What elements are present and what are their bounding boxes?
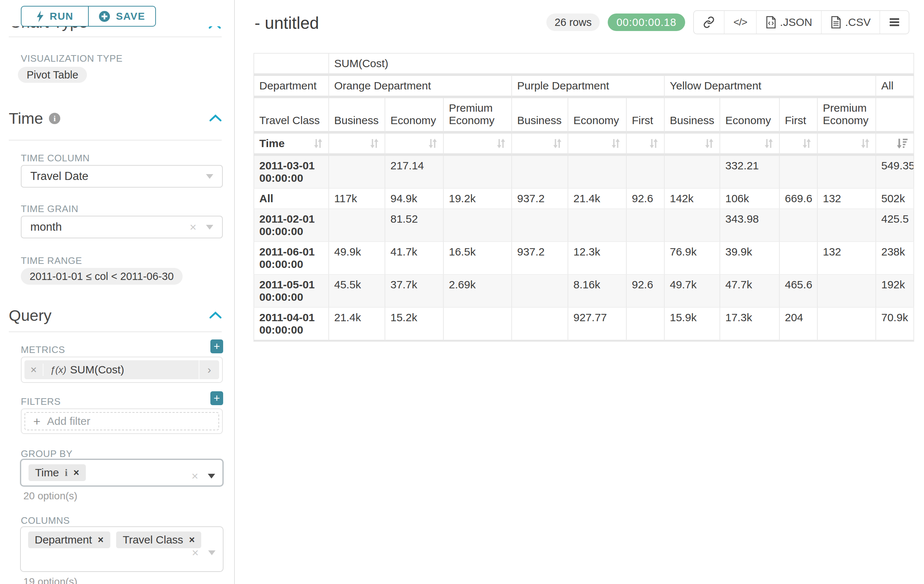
class-header: Economy bbox=[385, 98, 444, 133]
superset-explore: Chart Type RUN SAVE VISUALIZATION TYPE P… bbox=[0, 0, 924, 584]
chevron-down-icon bbox=[206, 225, 213, 230]
run-button[interactable]: RUN bbox=[21, 7, 88, 26]
clear-icon[interactable]: × bbox=[190, 220, 196, 234]
sort-icon[interactable] bbox=[648, 138, 659, 149]
clear-icon[interactable]: × bbox=[192, 546, 199, 559]
hamburger-icon bbox=[889, 18, 900, 27]
value-cell bbox=[512, 275, 568, 308]
row-label: 2011-02-01 00:00:00 bbox=[254, 209, 329, 242]
time-range-pill[interactable]: 2011-01-01 ≤ col < 2011-06-30 bbox=[21, 268, 183, 285]
value-cell: 49.7k bbox=[665, 275, 720, 308]
value-cell: 81.52 bbox=[385, 209, 444, 242]
sort-icon[interactable] bbox=[552, 138, 563, 149]
row-label: All bbox=[254, 189, 329, 209]
time-grain-select[interactable]: month × bbox=[21, 216, 223, 239]
table-row: 2011-03-01 00:00:00217.14332.21549.35 bbox=[254, 156, 914, 189]
sort-icon[interactable] bbox=[860, 138, 870, 149]
value-cell: 15.2k bbox=[385, 308, 444, 342]
time-section-title: Time i bbox=[9, 110, 60, 127]
value-cell: 21.4k bbox=[568, 189, 627, 209]
value-cell bbox=[665, 156, 720, 189]
menu-button[interactable] bbox=[879, 11, 909, 34]
value-cell: 238k bbox=[876, 242, 914, 275]
value-cell: 192k bbox=[876, 275, 914, 308]
value-cell: 132 bbox=[818, 242, 876, 275]
time-column-select[interactable]: Travel Date bbox=[21, 165, 223, 188]
sort-icon[interactable] bbox=[428, 138, 438, 149]
chevron-down-icon bbox=[208, 474, 215, 479]
value-cell: 16.5k bbox=[444, 242, 512, 275]
metric-item[interactable]: × ƒ(x) SUM(Cost) › bbox=[25, 360, 219, 379]
value-cell bbox=[818, 308, 876, 342]
remove-tag-icon[interactable]: × bbox=[73, 467, 79, 479]
value-cell: 142k bbox=[665, 189, 720, 209]
columns-label: COLUMNS bbox=[21, 515, 70, 526]
copy-link-button[interactable] bbox=[694, 11, 724, 34]
value-cell bbox=[444, 156, 512, 189]
table-row: 2011-04-01 00:00:0021.4k15.2k927.7715.9k… bbox=[254, 308, 914, 342]
metrics-box: × ƒ(x) SUM(Cost) › bbox=[21, 357, 223, 383]
add-filter-plus-button[interactable]: + bbox=[210, 391, 223, 405]
save-button[interactable]: SAVE bbox=[88, 7, 155, 26]
viz-type-pill[interactable]: Pivot Table bbox=[18, 67, 87, 83]
query-section-title: Query bbox=[9, 307, 51, 324]
column-info-icon: i bbox=[65, 467, 68, 479]
remove-metric-icon[interactable]: × bbox=[25, 364, 43, 376]
sort-icon[interactable] bbox=[704, 138, 714, 149]
sort-icon[interactable] bbox=[369, 138, 380, 149]
add-metric-button[interactable]: + bbox=[210, 339, 223, 353]
row-dim-label: Department bbox=[254, 76, 329, 98]
export-json-button[interactable]: .JSON bbox=[756, 11, 821, 34]
value-cell: 45.5k bbox=[329, 275, 385, 308]
value-cell bbox=[568, 209, 627, 242]
file-code-icon bbox=[766, 16, 776, 28]
control-panel: Chart Type RUN SAVE VISUALIZATION TYPE P… bbox=[0, 0, 235, 584]
value-cell: 669.6 bbox=[780, 189, 818, 209]
sort-icon[interactable] bbox=[313, 138, 323, 149]
value-cell: 17.3k bbox=[720, 308, 780, 342]
value-cell: 106k bbox=[720, 189, 780, 209]
class-header: Economy bbox=[568, 98, 627, 133]
remove-tag-icon[interactable]: × bbox=[98, 535, 104, 546]
query-collapse-icon[interactable] bbox=[209, 311, 222, 319]
value-cell: 332.21 bbox=[720, 156, 780, 189]
class-header: First bbox=[780, 98, 818, 133]
chevron-down-icon bbox=[206, 174, 213, 179]
sort-icon[interactable] bbox=[496, 138, 506, 149]
value-cell: 76.9k bbox=[665, 242, 720, 275]
value-cell: 8.16k bbox=[568, 275, 627, 308]
time-column-label: TIME COLUMN bbox=[21, 153, 90, 164]
value-cell bbox=[665, 209, 720, 242]
sort-icon[interactable] bbox=[610, 138, 621, 149]
export-csv-button[interactable]: .CSV bbox=[821, 11, 879, 34]
row-count-badge: 26 rows bbox=[546, 13, 600, 31]
add-filter-button[interactable]: + Add filter bbox=[25, 412, 219, 430]
time-collapse-icon[interactable] bbox=[209, 114, 222, 122]
class-header: Economy bbox=[720, 98, 780, 133]
sort-desc-icon[interactable] bbox=[897, 138, 908, 149]
value-cell bbox=[780, 242, 818, 275]
chevron-right-icon[interactable]: › bbox=[199, 360, 219, 379]
embed-code-button[interactable]: </> bbox=[724, 11, 756, 34]
time-range-label: TIME RANGE bbox=[21, 255, 82, 267]
value-cell bbox=[512, 156, 568, 189]
sort-icon[interactable] bbox=[802, 138, 812, 149]
chart-area: - untitled 26 rows 00:00:00.18 </> bbox=[236, 0, 924, 584]
remove-tag-icon[interactable]: × bbox=[189, 535, 195, 546]
row-label: 2011-03-01 00:00:00 bbox=[254, 156, 329, 189]
value-cell: 94.9k bbox=[385, 189, 444, 209]
clear-icon[interactable]: × bbox=[191, 469, 198, 483]
metrics-label: METRICS bbox=[21, 344, 65, 355]
group-by-select[interactable]: Time i × × bbox=[20, 459, 223, 487]
value-cell bbox=[818, 209, 876, 242]
chart-title[interactable]: - untitled bbox=[254, 13, 319, 33]
sort-icon[interactable] bbox=[764, 138, 774, 149]
value-cell bbox=[444, 308, 512, 342]
time-label: Time bbox=[259, 137, 284, 150]
value-cell: 502k bbox=[876, 189, 914, 209]
department-group-header: Yellow Department bbox=[665, 76, 876, 98]
columns-select[interactable]: Department × Travel Class × × bbox=[20, 526, 223, 572]
corner-cell bbox=[254, 53, 329, 76]
class-header: Business bbox=[665, 98, 720, 133]
value-cell: 92.6 bbox=[627, 275, 665, 308]
